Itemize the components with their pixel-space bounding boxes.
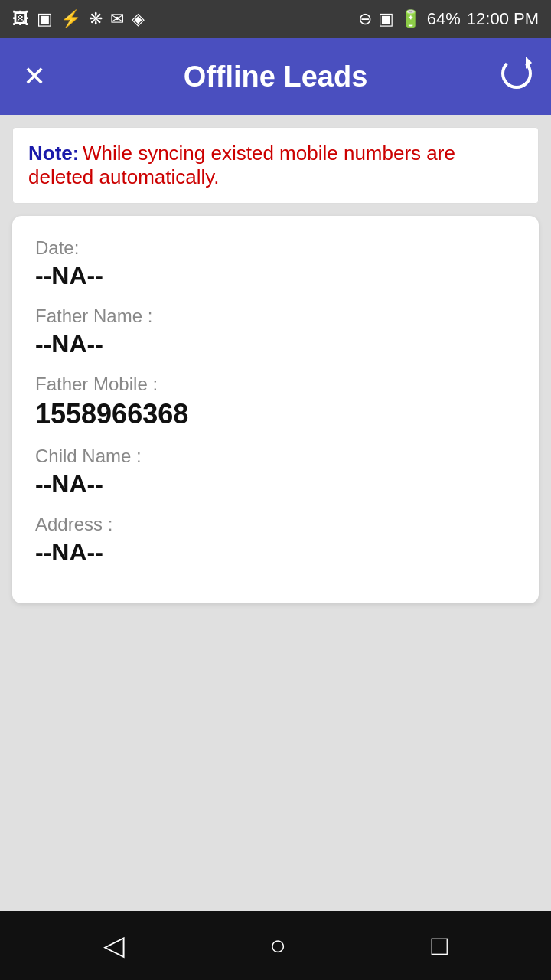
battery-percent: 64% (427, 9, 461, 29)
android-icon: ◈ (132, 9, 145, 29)
main-content: Note: While syncing existed mobile numbe… (0, 115, 551, 911)
child-name-label: Child Name : (35, 446, 516, 467)
close-button[interactable]: ✕ (15, 60, 54, 93)
bottom-nav: ◁ ○ □ (0, 911, 551, 980)
child-name-value: --NA-- (35, 470, 516, 498)
note-banner: Note: While syncing existed mobile numbe… (12, 127, 539, 204)
back-button[interactable]: ◁ (103, 929, 125, 962)
father-mobile-label: Father Mobile : (35, 374, 516, 395)
father-name-label: Father Name : (35, 305, 516, 327)
lead-card: Date: --NA-- Father Name : --NA-- Father… (12, 216, 539, 603)
page-title: Offline Leads (54, 60, 497, 93)
home-button[interactable]: ○ (269, 929, 286, 962)
app-icon-1: ❋ (89, 9, 103, 29)
wifi-icon: ▣ (37, 9, 53, 29)
date-value: --NA-- (35, 262, 516, 290)
date-label: Date: (35, 237, 516, 259)
father-mobile-value: 1558966368 (35, 398, 516, 430)
app-bar: ✕ Offline Leads (0, 38, 551, 115)
recent-apps-button[interactable]: □ (432, 929, 448, 962)
refresh-button[interactable] (497, 58, 536, 96)
address-label: Address : (35, 514, 516, 535)
note-label: Note: (28, 142, 79, 165)
message-icon: ✉ (110, 9, 124, 29)
note-text: While syncing existed mobile numbers are… (28, 142, 455, 188)
clock: 12:00 PM (467, 9, 539, 29)
battery-icon: 🔋 (400, 9, 421, 29)
father-name-value: --NA-- (35, 330, 516, 358)
photo-icon: 🖼 (12, 9, 29, 29)
refresh-icon (501, 58, 532, 89)
minus-icon: ⊖ (358, 9, 372, 29)
address-value: --NA-- (35, 538, 516, 567)
usb-icon: ⚡ (60, 9, 81, 29)
status-bar: 🖼 ▣ ⚡ ❋ ✉ ◈ ⊖ ▣ 🔋 64% 12:00 PM (0, 0, 551, 38)
status-icons-right: ⊖ ▣ 🔋 64% 12:00 PM (358, 9, 539, 29)
status-icons-left: 🖼 ▣ ⚡ ❋ ✉ ◈ (12, 9, 145, 29)
signal-icon: ▣ (378, 9, 394, 29)
